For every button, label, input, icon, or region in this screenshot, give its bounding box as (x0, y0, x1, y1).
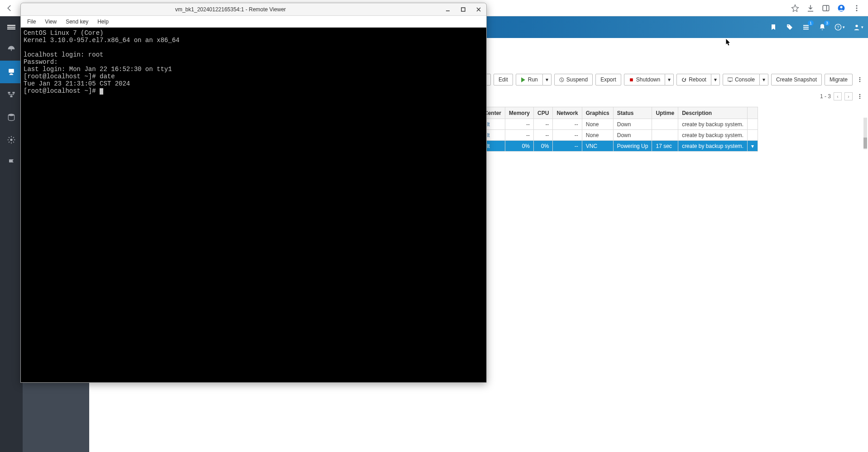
table-row[interactable]: ult0%0%--VNCPowering Up17 seccreate by b… (480, 141, 758, 152)
mouse-cursor-icon (725, 38, 732, 48)
col-uptime[interactable]: Uptime (652, 107, 678, 119)
cell-cpu: 0% (534, 141, 553, 152)
svg-point-3 (840, 6, 842, 8)
pager-prev-button[interactable]: ‹ (834, 92, 842, 100)
cell-memory: -- (505, 130, 534, 141)
run-button[interactable]: Run (516, 74, 543, 86)
svg-rect-14 (11, 49, 12, 51)
tasks-icon[interactable]: 1 (802, 23, 810, 31)
svg-rect-8 (803, 25, 809, 26)
row-dropdown-icon[interactable] (748, 130, 758, 141)
svg-rect-25 (728, 77, 733, 81)
storage-icon[interactable] (0, 106, 23, 128)
menu-file[interactable]: File (24, 17, 39, 26)
console-button[interactable]: Console (723, 74, 760, 86)
admin-gear-icon[interactable] (0, 128, 23, 151)
pager-label: 1 - 3 (820, 93, 831, 100)
svg-point-30 (859, 94, 860, 95)
shutdown-dropdown[interactable]: ▾ (665, 74, 674, 86)
col-network[interactable]: Network (553, 107, 582, 119)
migrate-button[interactable]: Migrate (825, 74, 853, 86)
bookmark-icon[interactable] (769, 23, 777, 31)
table-header-row: Center Memory CPU Network Graphics Statu… (480, 107, 758, 119)
svg-point-21 (8, 114, 14, 116)
export-button[interactable]: Export (595, 74, 621, 86)
svg-rect-15 (9, 69, 14, 72)
cell-status: Down (613, 130, 652, 141)
hamburger-menu-button[interactable] (0, 16, 23, 38)
cell-network: -- (553, 130, 582, 141)
svg-rect-20 (10, 96, 13, 97)
svg-rect-19 (13, 92, 15, 93)
more-icon[interactable] (852, 3, 862, 13)
cell-description: create by backup system. (678, 119, 748, 130)
cell-network: -- (553, 141, 582, 152)
cell-cpu: -- (534, 119, 553, 130)
svg-rect-10 (803, 29, 809, 29)
cell-memory: 0% (505, 141, 534, 152)
col-memory[interactable]: Memory (505, 107, 534, 119)
svg-point-29 (859, 81, 860, 82)
run-dropdown[interactable]: ▾ (543, 74, 551, 86)
notifications-badge: 3 (824, 20, 830, 26)
create-snapshot-button[interactable]: Create Snapshot (771, 74, 822, 86)
edit-button[interactable]: Edit (494, 74, 513, 86)
console-dropdown[interactable]: ▾ (760, 74, 768, 86)
pager-next-button[interactable]: › (844, 92, 853, 100)
profile-avatar-icon[interactable] (836, 3, 846, 13)
user-menu-icon[interactable]: ▾ (853, 23, 863, 31)
svg-rect-18 (8, 92, 10, 93)
vm-toolbar: w Edit Run ▾ Suspend Export Shutdown ▾ R… (477, 71, 864, 88)
pager-more-icon[interactable] (855, 90, 864, 102)
row-dropdown-icon[interactable] (748, 119, 758, 130)
table-vertical-scrollbar[interactable] (863, 118, 867, 149)
cell-memory: -- (505, 119, 534, 130)
suspend-button[interactable]: Suspend (554, 74, 593, 86)
menu-view[interactable]: View (41, 17, 60, 26)
table-row[interactable]: ult------NoneDowncreate by backup system… (480, 130, 758, 141)
row-dropdown-icon[interactable]: ▾ (748, 141, 758, 152)
window-minimize-button[interactable] (440, 4, 456, 15)
browser-back-button[interactable] (5, 3, 14, 13)
svg-point-27 (859, 77, 860, 78)
shutdown-button[interactable]: Shutdown (624, 74, 665, 86)
notifications-bell-icon[interactable]: 3 (818, 23, 826, 31)
col-status[interactable]: Status (613, 107, 652, 119)
table-row[interactable]: ult------NoneDowncreate by backup system… (480, 119, 758, 130)
help-icon[interactable]: ?▾ (834, 23, 845, 31)
cell-status: Down (613, 119, 652, 130)
svg-rect-26 (729, 81, 731, 82)
cell-graphics: None (582, 119, 613, 130)
cell-graphics: VNC (582, 141, 613, 152)
reboot-dropdown[interactable]: ▾ (711, 74, 720, 86)
cell-uptime (652, 130, 678, 141)
svg-rect-24 (630, 78, 633, 81)
window-maximize-button[interactable] (456, 4, 471, 15)
dashboard-icon[interactable] (0, 38, 23, 61)
svg-rect-34 (461, 8, 465, 11)
console-terminal[interactable]: CentOS Linux 7 (Core) Kernel 3.10.0-957.… (21, 28, 486, 382)
download-icon[interactable] (806, 3, 815, 13)
cell-cpu: -- (534, 130, 553, 141)
menu-help[interactable]: Help (94, 17, 112, 26)
cell-uptime: 17 sec (652, 141, 678, 152)
svg-rect-9 (803, 27, 809, 28)
network-icon[interactable] (0, 83, 23, 106)
svg-point-32 (859, 98, 860, 99)
compute-icon[interactable] (0, 61, 23, 83)
bookmark-star-icon[interactable] (790, 3, 800, 13)
events-flag-icon[interactable] (0, 151, 23, 174)
tag-icon[interactable] (786, 23, 794, 31)
window-titlebar[interactable]: vm_bk1_20240122165354:1 - Remote Viewer (21, 3, 486, 16)
menu-send-key[interactable]: Send key (62, 17, 92, 26)
pager: 1 - 3 ‹ › (820, 90, 864, 102)
col-graphics[interactable]: Graphics (582, 107, 613, 119)
svg-point-6 (856, 10, 858, 11)
side-panel-icon[interactable] (821, 3, 831, 13)
window-close-button[interactable] (471, 4, 486, 15)
col-cpu[interactable]: CPU (534, 107, 553, 119)
col-description[interactable]: Description (678, 107, 748, 119)
svg-point-28 (859, 79, 860, 80)
reboot-button[interactable]: Reboot (676, 74, 711, 86)
toolbar-more-icon[interactable] (855, 74, 864, 86)
